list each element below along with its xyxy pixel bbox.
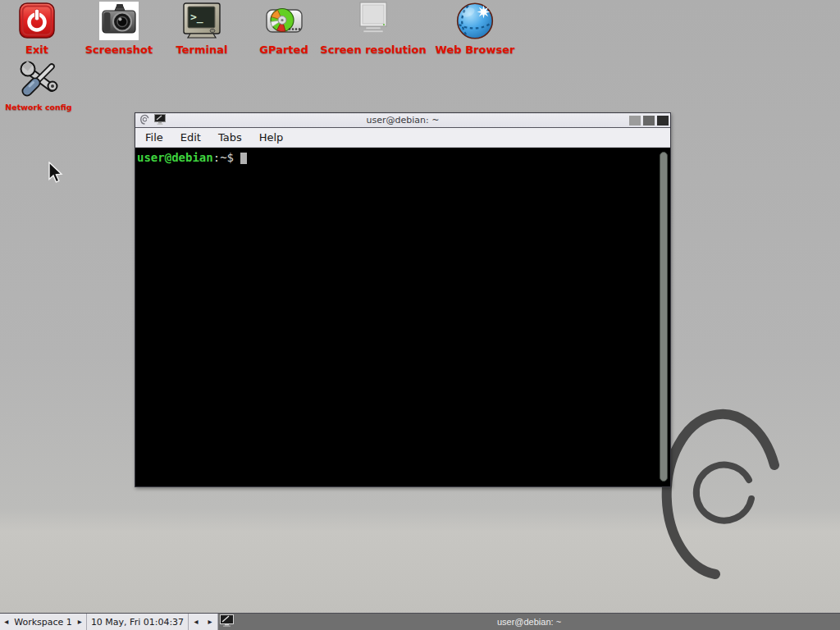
monitor-icon xyxy=(354,0,392,41)
menu-file[interactable]: File xyxy=(139,130,170,145)
mouse-cursor xyxy=(47,162,65,188)
shell-prompt: user@debian:~$ xyxy=(135,148,670,164)
workspace-switcher[interactable]: ◂ Workspace 1 ▸ xyxy=(0,614,87,630)
desktop-icon-label: Terminal xyxy=(176,43,228,56)
tools-icon xyxy=(19,59,58,100)
desktop-icon-exit[interactable]: Exit xyxy=(11,0,63,56)
desktop-icon-network-config[interactable]: Network config xyxy=(1,59,76,112)
clock: 10 May, Fri 01:04:37 xyxy=(87,614,189,630)
window-title: user@debian: ~ xyxy=(135,115,670,126)
task-button-title: user@debian: ~ xyxy=(218,617,840,627)
camera-icon xyxy=(99,0,139,41)
minimize-button[interactable] xyxy=(629,116,641,126)
menu-edit[interactable]: Edit xyxy=(174,130,208,145)
clock-text: 10 May, Fri 01:04:37 xyxy=(91,617,184,628)
workspace-prev-icon[interactable]: ◂ xyxy=(4,618,8,626)
task-monitor-icon xyxy=(220,614,234,629)
desktop-icon-label: Network config xyxy=(5,103,71,112)
terminal-content[interactable]: user@debian:~$ xyxy=(135,148,670,486)
desktop-icon-screenshot[interactable]: Screenshot xyxy=(80,0,158,56)
maximize-button[interactable] xyxy=(643,116,655,126)
desktop-icon-label: Screenshot xyxy=(85,43,153,56)
pager-prev-icon[interactable]: ◂ xyxy=(194,618,198,626)
desktop-icon-label: Web Browser xyxy=(436,43,515,56)
desktop-icon-label: Screen resolution xyxy=(320,43,426,56)
desktop-icon-terminal[interactable]: >_ Terminal xyxy=(162,0,241,56)
prompt-suffix: :~$ xyxy=(213,151,234,164)
terminal-scrollbar[interactable] xyxy=(660,152,668,482)
terminal-window: user@debian: ~ File Edit Tabs Help user@… xyxy=(135,112,671,487)
prompt-user-host: user@debian xyxy=(137,151,213,164)
desktop-icon-gparted[interactable]: GParted xyxy=(246,0,322,56)
pager-next-icon[interactable]: ▸ xyxy=(208,618,212,626)
exit-power-icon xyxy=(19,0,55,41)
menu-tabs[interactable]: Tabs xyxy=(212,130,249,145)
close-button[interactable] xyxy=(657,116,669,126)
pager-arrows: ◂ ▸ xyxy=(189,614,218,630)
workspace-label: Workspace 1 xyxy=(14,617,72,628)
terminal-block-cursor xyxy=(240,153,247,164)
desktop-icon-label: GParted xyxy=(259,43,308,56)
terminal-menubar: File Edit Tabs Help xyxy=(135,128,670,148)
desktop-icon-label: Exit xyxy=(25,43,48,56)
window-monitor-icon xyxy=(154,112,166,128)
svg-text:>_: >_ xyxy=(190,11,203,24)
task-button-terminal[interactable]: user@debian: ~ xyxy=(218,614,840,630)
window-swirl-icon xyxy=(139,112,150,128)
desktop-icon-screen-resolution[interactable]: Screen resolution xyxy=(317,0,430,56)
window-titlebar[interactable]: user@debian: ~ xyxy=(135,113,670,128)
menu-help[interactable]: Help xyxy=(253,130,290,145)
task-list: user@debian: ~ xyxy=(218,614,840,630)
disk-partition-icon xyxy=(265,0,304,41)
workspace-next-icon[interactable]: ▸ xyxy=(78,618,82,626)
taskbar: ◂ Workspace 1 ▸ 10 May, Fri 01:04:37 ◂ ▸… xyxy=(0,613,840,630)
globe-browser-icon xyxy=(456,0,494,41)
desktop-icon-web-browser[interactable]: Web Browser xyxy=(427,0,523,56)
crt-terminal-icon: >_ xyxy=(182,0,221,41)
